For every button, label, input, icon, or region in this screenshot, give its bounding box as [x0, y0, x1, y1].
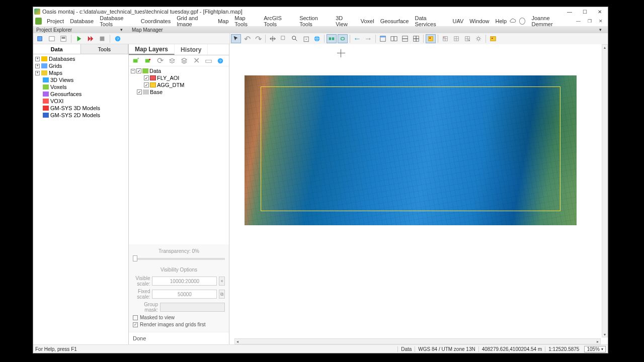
- image-button[interactable]: [488, 34, 498, 43]
- aoi-rectangle[interactable]: [261, 86, 560, 211]
- grid-3-button[interactable]: [462, 34, 472, 43]
- scroll-left-icon[interactable]: ◂: [235, 339, 240, 344]
- mdi-restore-button[interactable]: ❐: [586, 18, 594, 25]
- pe-databases[interactable]: Databases: [49, 56, 75, 62]
- render-first-check[interactable]: ✓: [133, 322, 138, 327]
- mm-data-collapse-icon[interactable]: −: [131, 69, 135, 73]
- pe-geosurfaces[interactable]: Geosurfaces: [50, 91, 82, 97]
- pe-maps[interactable]: Maps: [49, 70, 62, 76]
- grid-1-button[interactable]: [440, 34, 450, 43]
- mm-fly-check[interactable]: ✓: [144, 75, 149, 80]
- pe-gmsys3d[interactable]: GM-SYS 3D Models: [50, 105, 100, 111]
- masked-check[interactable]: [133, 315, 138, 320]
- mm-layers2-button[interactable]: [179, 56, 189, 65]
- link-chain-button[interactable]: [338, 34, 348, 43]
- pe-grids[interactable]: Grids: [49, 63, 62, 69]
- menu-database[interactable]: Database: [67, 18, 97, 24]
- scroll-right-icon[interactable]: ▸: [595, 339, 600, 344]
- grids-expand-icon[interactable]: +: [35, 64, 40, 68]
- gear-button[interactable]: [473, 34, 484, 43]
- pe-tab-tools[interactable]: Tools: [81, 44, 129, 54]
- menu-map[interactable]: Map: [215, 18, 231, 24]
- close-button[interactable]: ✕: [593, 8, 607, 15]
- new-project-button[interactable]: [35, 34, 45, 43]
- mm-delete-button[interactable]: ✕: [191, 56, 201, 65]
- mm-base-check[interactable]: ✓: [137, 89, 142, 95]
- mm-agg-check[interactable]: ✓: [144, 82, 149, 87]
- link-map-button[interactable]: [327, 34, 337, 43]
- mdi-close-button[interactable]: ✕: [597, 18, 605, 25]
- cloud-icon[interactable]: [510, 18, 516, 25]
- menu-window[interactable]: Window: [466, 18, 492, 24]
- pe-tab-data[interactable]: Data: [33, 44, 81, 54]
- project-explorer-pin-icon[interactable]: ▾: [120, 27, 123, 33]
- mm-add2-button[interactable]: [143, 56, 153, 65]
- mm-add-button[interactable]: +: [131, 56, 141, 65]
- visible-scale-clear-button[interactable]: ×: [219, 277, 225, 286]
- pe-gmsys2d[interactable]: GM-SYS 2D Models: [50, 112, 100, 118]
- pointer-button[interactable]: [231, 34, 241, 43]
- mm-data[interactable]: Data: [149, 68, 161, 74]
- undo-button[interactable]: ↶: [242, 34, 252, 43]
- nav-forward-button[interactable]: →: [363, 34, 373, 43]
- window-1-button[interactable]: [378, 34, 388, 43]
- grid-2-button[interactable]: [451, 34, 461, 43]
- user-avatar-icon[interactable]: [519, 18, 526, 25]
- menu-voxel[interactable]: Voxel: [358, 18, 377, 24]
- pe-voxi[interactable]: VOXI: [50, 98, 63, 104]
- group-mask-input[interactable]: [160, 303, 225, 312]
- menu-data-services[interactable]: Data Services: [412, 15, 450, 27]
- fast-forward-button[interactable]: [86, 34, 96, 43]
- stop-button[interactable]: [97, 34, 107, 43]
- help-button[interactable]: ?: [113, 34, 123, 43]
- globe-button[interactable]: [312, 34, 322, 43]
- menu-map-tools[interactable]: Map Tools: [231, 15, 261, 27]
- layers-button[interactable]: [426, 34, 436, 43]
- pe-voxels[interactable]: Voxels: [50, 84, 66, 90]
- menu-geosurface[interactable]: Geosurface: [377, 18, 412, 24]
- map-manager-pin-icon[interactable]: ▾: [599, 27, 602, 33]
- zoom-button[interactable]: [290, 34, 300, 43]
- map-view[interactable]: ◂ ▸ ▴ ▾: [229, 44, 608, 344]
- mm-tab-layers[interactable]: Map Layers: [129, 44, 175, 55]
- slider-thumb[interactable]: [133, 255, 137, 261]
- fixed-scale-input[interactable]: [152, 290, 217, 299]
- menu-uav[interactable]: UAV: [450, 18, 467, 24]
- menu-3d-view[interactable]: 3D View: [333, 15, 358, 27]
- menu-grid-image[interactable]: Grid and Image: [174, 15, 215, 27]
- open-button[interactable]: [47, 34, 57, 43]
- vertical-scrollbar[interactable]: ▴ ▾: [602, 44, 608, 337]
- nav-back-button[interactable]: ←: [352, 34, 362, 43]
- zoom-dropdown-icon[interactable]: ▾: [601, 347, 603, 351]
- user-name[interactable]: Joanne Demmer: [528, 15, 571, 27]
- window-2-button[interactable]: [389, 34, 399, 43]
- play-button[interactable]: [74, 34, 84, 43]
- mm-fly-aoi[interactable]: FLY_AOI: [157, 75, 179, 81]
- db-expand-icon[interactable]: +: [35, 57, 40, 61]
- zoom-area-button[interactable]: [279, 34, 289, 43]
- redo-button[interactable]: ↷: [253, 34, 263, 43]
- maximize-button[interactable]: ☐: [578, 8, 592, 15]
- mm-help-button[interactable]: ?: [215, 56, 225, 65]
- mm-layers1-button[interactable]: [167, 56, 177, 65]
- fixed-scale-pick-button[interactable]: ⧉: [219, 290, 225, 299]
- mm-tab-history[interactable]: History: [175, 44, 208, 55]
- menu-arcgis-tools[interactable]: ArcGIS Tools: [261, 15, 296, 27]
- menu-database-tools[interactable]: Database Tools: [97, 15, 138, 27]
- mm-base[interactable]: Base: [150, 89, 163, 95]
- transparency-slider[interactable]: [133, 258, 225, 260]
- pan-button[interactable]: [268, 34, 278, 43]
- scroll-down-icon[interactable]: ▾: [602, 332, 607, 337]
- maps-expand-icon[interactable]: +: [35, 71, 40, 75]
- mm-agg-dtm[interactable]: AGG_DTM: [157, 82, 184, 88]
- zoom-extent-button[interactable]: ⊡: [301, 34, 311, 43]
- zoom-selector[interactable]: 105% ▾: [584, 346, 606, 352]
- menu-coordinates[interactable]: Coordinates: [138, 18, 174, 24]
- mm-data-check[interactable]: ✓: [136, 68, 141, 73]
- window-3-button[interactable]: [400, 34, 410, 43]
- scroll-up-icon[interactable]: ▴: [602, 45, 607, 50]
- save-button[interactable]: [58, 34, 68, 43]
- mm-doc-button[interactable]: ▭: [203, 56, 213, 65]
- horizontal-scrollbar[interactable]: ◂ ▸: [234, 338, 601, 344]
- done-button[interactable]: Done: [129, 332, 229, 344]
